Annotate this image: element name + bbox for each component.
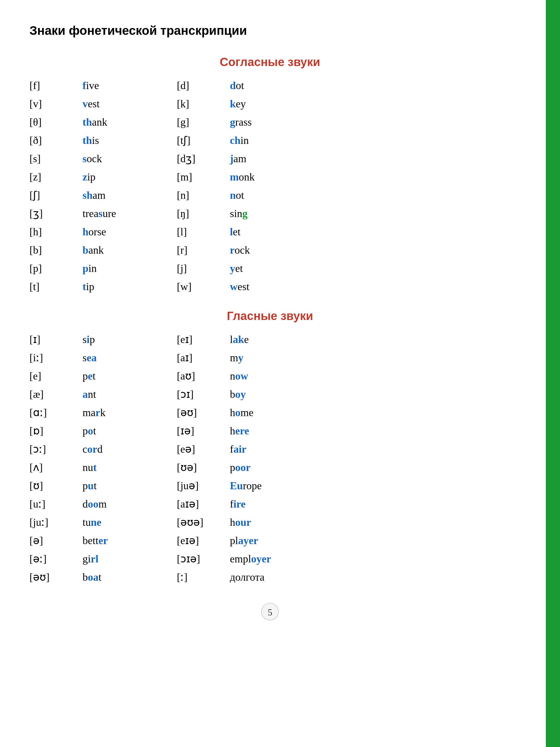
- word-rock: rock: [230, 242, 324, 258]
- table-row: [p] pin [j] yet: [29, 260, 510, 276]
- table-row: [ð] this [tʃ] chin: [29, 132, 510, 148]
- symbol-juu: [juː]: [29, 514, 82, 530]
- word-five: five: [82, 78, 177, 94]
- word-ant: ant: [82, 386, 177, 402]
- word-nut: nut: [82, 460, 177, 475]
- symbol-theta: [θ]: [29, 114, 82, 130]
- word-hour: hour: [230, 514, 324, 530]
- word-sea: sea: [82, 350, 177, 366]
- table-row: [uː] doom [aɪə] fire: [29, 496, 510, 512]
- symbol-ie: [ɪə]: [177, 423, 230, 439]
- symbol-ii: [iː]: [29, 350, 82, 366]
- word-pet: pet: [82, 368, 177, 384]
- symbol-schwa-long: [əː]: [29, 551, 82, 567]
- table-row: [æ] ant [ɔɪ] boy: [29, 386, 510, 402]
- table-row: [ɑː] mark [əʊ] home: [29, 405, 510, 420]
- symbol-jua: [juə]: [177, 478, 230, 494]
- word-poor: poor: [230, 460, 324, 475]
- symbol-oo: [ɔː]: [29, 441, 82, 457]
- word-now: now: [230, 368, 324, 384]
- green-sidebar: [546, 0, 560, 747]
- word-horse: horse: [82, 224, 177, 240]
- symbol-ae: [æ]: [29, 386, 82, 402]
- table-row: [ɔː] cord [eə] fair: [29, 441, 510, 457]
- symbol-z: [z]: [29, 169, 82, 185]
- symbol-aa: [ɑː]: [29, 405, 82, 420]
- symbol-ea: [eə]: [177, 441, 230, 457]
- table-row: [iː] sea [aɪ] my: [29, 350, 510, 366]
- word-my: my: [230, 350, 324, 366]
- word-pot: pot: [82, 423, 177, 439]
- word-sip: sip: [82, 332, 177, 347]
- symbol-w: [w]: [177, 279, 230, 294]
- word-fair: fair: [230, 441, 324, 457]
- symbol-p: [p]: [29, 260, 82, 276]
- word-this: this: [82, 132, 177, 148]
- symbol-t: [t]: [29, 279, 82, 294]
- table-row: [e] pet [aʊ] now: [29, 368, 510, 384]
- symbol-l: [l]: [177, 224, 230, 240]
- word-cord: cord: [82, 441, 177, 457]
- symbol-i-short: [ɪ]: [29, 332, 82, 347]
- table-row: [əː] girl [ɔɪə] employer: [29, 551, 510, 567]
- word-key: key: [230, 96, 324, 112]
- word-chin: chin: [230, 132, 324, 148]
- symbol-ei: [eɪ]: [177, 332, 230, 347]
- symbol-oue: [əʊə]: [177, 514, 230, 530]
- symbol-oie: [ɔɪə]: [177, 551, 230, 567]
- word-bank: bank: [82, 242, 177, 258]
- page-number: 5: [261, 603, 279, 620]
- symbol-d: [d]: [177, 78, 230, 94]
- table-row: [ʌ] nut [ʊə] poor: [29, 460, 510, 475]
- symbol-v: [v]: [29, 96, 82, 112]
- table-row: [ɪ] sip [eɪ] lake: [29, 332, 510, 347]
- word-zip: zip: [82, 169, 177, 185]
- table-row: [s] sock [dʒ] jam: [29, 151, 510, 166]
- word-player: player: [230, 533, 324, 548]
- symbol-a-wedge: [ʌ]: [29, 460, 82, 475]
- word-jam: jam: [230, 151, 324, 166]
- symbol-m: [m]: [177, 169, 230, 185]
- table-row: [ʃ] sham [n] not: [29, 187, 510, 203]
- word-fire: fire: [230, 496, 324, 512]
- word-dolgota: долгота: [230, 569, 324, 585]
- symbol-r: [r]: [177, 242, 230, 258]
- word-put: put: [82, 478, 177, 494]
- symbol-ua: [ʊə]: [177, 460, 230, 475]
- table-row: [ə] better [eɪə] player: [29, 533, 510, 548]
- word-boy: boy: [230, 386, 324, 402]
- symbol-g: [g]: [177, 114, 230, 130]
- symbol-ou: [əʊ]: [177, 405, 230, 420]
- symbol-tsh: [tʃ]: [177, 132, 230, 148]
- symbol-aie: [aɪə]: [177, 496, 230, 512]
- word-tip: tip: [82, 279, 177, 294]
- word-lake: lake: [230, 332, 324, 347]
- table-row: [h] horse [l] let: [29, 224, 510, 240]
- page-title: Знаки фонетической транскрипции: [29, 24, 510, 38]
- word-europe: Europe: [230, 478, 324, 494]
- word-mark: mark: [82, 405, 177, 420]
- table-row: [z] zip [m] monk: [29, 169, 510, 185]
- word-home: home: [230, 405, 324, 420]
- word-here: here: [230, 423, 324, 439]
- word-dot: dot: [230, 78, 324, 94]
- table-row: [θ] thank [g] grass: [29, 114, 510, 130]
- table-row: [ɒ] pot [ɪə] here: [29, 423, 510, 439]
- word-monk: monk: [230, 169, 324, 185]
- symbol-ai: [aɪ]: [177, 350, 230, 366]
- symbol-k: [k]: [177, 96, 230, 112]
- word-let: let: [230, 224, 324, 240]
- word-not: not: [230, 187, 324, 203]
- word-pin: pin: [82, 260, 177, 276]
- word-west: west: [230, 279, 324, 294]
- symbol-eth: [ð]: [29, 132, 82, 148]
- symbol-sh: [ʃ]: [29, 187, 82, 203]
- symbol-f: [f]: [29, 78, 82, 94]
- symbol-e: [e]: [29, 368, 82, 384]
- word-grass: grass: [230, 114, 324, 130]
- word-sham: sham: [82, 187, 177, 203]
- symbol-ng: [ŋ]: [177, 206, 230, 222]
- table-row: [t] tip [w] west: [29, 279, 510, 294]
- consonants-table: [f] five [d] dot [v] vest [k] key [θ] th…: [29, 78, 510, 294]
- symbol-uu: [uː]: [29, 496, 82, 512]
